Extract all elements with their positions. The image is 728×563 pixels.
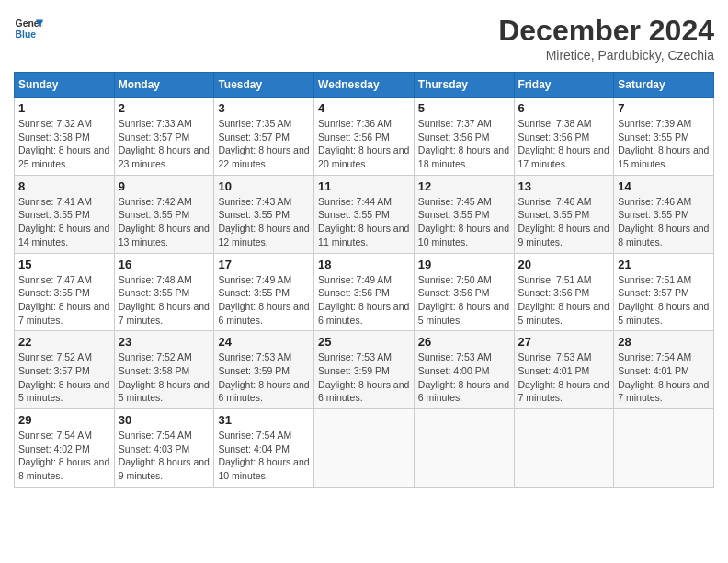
svg-text:Blue: Blue <box>16 29 37 40</box>
table-row: 2Sunrise: 7:33 AMSunset: 3:57 PMDaylight… <box>114 98 214 176</box>
table-row: 17Sunrise: 7:49 AMSunset: 3:55 PMDayligh… <box>214 253 314 331</box>
table-row: 7Sunrise: 7:39 AMSunset: 3:55 PMDaylight… <box>614 98 714 176</box>
table-row: 1Sunrise: 7:32 AMSunset: 3:58 PMDaylight… <box>15 98 115 176</box>
col-saturday: Saturday <box>614 73 714 98</box>
table-row <box>614 409 714 488</box>
table-row: 24Sunrise: 7:53 AMSunset: 3:59 PMDayligh… <box>214 331 314 409</box>
table-row: 21Sunrise: 7:51 AMSunset: 3:57 PMDayligh… <box>614 253 714 331</box>
table-row <box>314 409 415 488</box>
table-row <box>414 409 514 488</box>
table-row: 6Sunrise: 7:38 AMSunset: 3:56 PMDaylight… <box>514 98 614 176</box>
calendar-header-row: Sunday Monday Tuesday Wednesday Thursday… <box>15 73 714 98</box>
title-section: December 2024 Miretice, Pardubicky, Czec… <box>498 14 714 63</box>
table-row: 16Sunrise: 7:48 AMSunset: 3:55 PMDayligh… <box>114 253 214 331</box>
calendar-table: Sunday Monday Tuesday Wednesday Thursday… <box>14 72 714 488</box>
page-header: General Blue December 2024 Miretice, Par… <box>14 14 714 63</box>
table-row: 3Sunrise: 7:35 AMSunset: 3:57 PMDaylight… <box>214 98 314 176</box>
table-row: 25Sunrise: 7:53 AMSunset: 3:59 PMDayligh… <box>314 331 415 409</box>
table-row: 14Sunrise: 7:46 AMSunset: 3:55 PMDayligh… <box>614 175 714 253</box>
table-row <box>514 409 614 488</box>
table-row: 5Sunrise: 7:37 AMSunset: 3:56 PMDaylight… <box>414 98 514 176</box>
col-wednesday: Wednesday <box>314 73 415 98</box>
table-row: 26Sunrise: 7:53 AMSunset: 4:00 PMDayligh… <box>414 331 514 409</box>
table-row: 12Sunrise: 7:45 AMSunset: 3:55 PMDayligh… <box>414 175 514 253</box>
table-row: 31Sunrise: 7:54 AMSunset: 4:04 PMDayligh… <box>214 409 314 488</box>
table-row: 20Sunrise: 7:51 AMSunset: 3:56 PMDayligh… <box>514 253 614 331</box>
table-row: 29Sunrise: 7:54 AMSunset: 4:02 PMDayligh… <box>15 409 115 488</box>
col-tuesday: Tuesday <box>214 73 314 98</box>
col-friday: Friday <box>514 73 614 98</box>
table-row: 13Sunrise: 7:46 AMSunset: 3:55 PMDayligh… <box>514 175 614 253</box>
table-row: 4Sunrise: 7:36 AMSunset: 3:56 PMDaylight… <box>314 98 415 176</box>
table-row: 28Sunrise: 7:54 AMSunset: 4:01 PMDayligh… <box>614 331 714 409</box>
col-thursday: Thursday <box>414 73 514 98</box>
table-row: 11Sunrise: 7:44 AMSunset: 3:55 PMDayligh… <box>314 175 415 253</box>
month-title: December 2024 <box>498 14 714 48</box>
table-row: 19Sunrise: 7:50 AMSunset: 3:56 PMDayligh… <box>414 253 514 331</box>
table-row: 27Sunrise: 7:53 AMSunset: 4:01 PMDayligh… <box>514 331 614 409</box>
table-row: 10Sunrise: 7:43 AMSunset: 3:55 PMDayligh… <box>214 175 314 253</box>
logo: General Blue <box>14 14 43 43</box>
col-sunday: Sunday <box>15 73 115 98</box>
table-row: 8Sunrise: 7:41 AMSunset: 3:55 PMDaylight… <box>15 175 115 253</box>
logo-icon: General Blue <box>14 14 43 43</box>
table-row: 15Sunrise: 7:47 AMSunset: 3:55 PMDayligh… <box>15 253 115 331</box>
table-row: 30Sunrise: 7:54 AMSunset: 4:03 PMDayligh… <box>114 409 214 488</box>
col-monday: Monday <box>114 73 214 98</box>
table-row: 18Sunrise: 7:49 AMSunset: 3:56 PMDayligh… <box>314 253 415 331</box>
table-row: 23Sunrise: 7:52 AMSunset: 3:58 PMDayligh… <box>114 331 214 409</box>
table-row: 22Sunrise: 7:52 AMSunset: 3:57 PMDayligh… <box>15 331 115 409</box>
table-row: 9Sunrise: 7:42 AMSunset: 3:55 PMDaylight… <box>114 175 214 253</box>
location: Miretice, Pardubicky, Czechia <box>498 48 714 63</box>
